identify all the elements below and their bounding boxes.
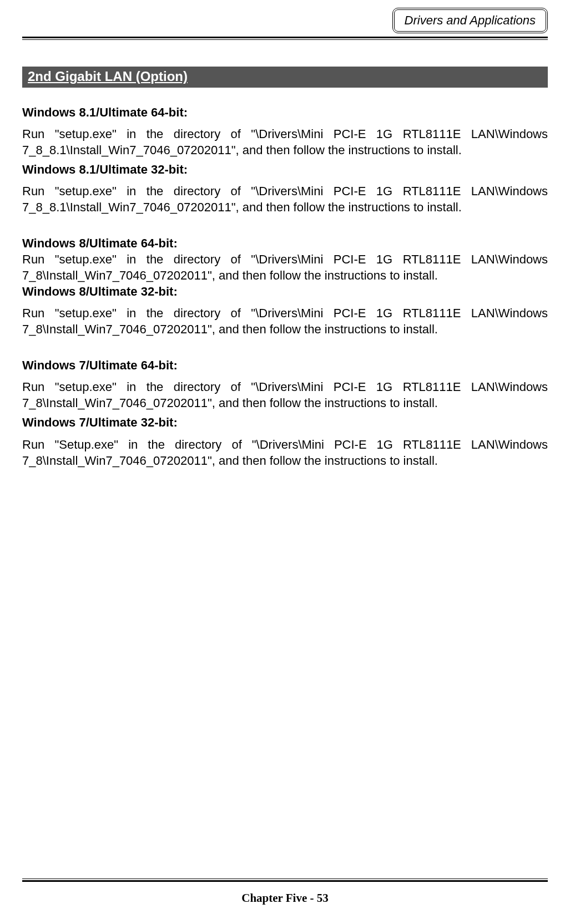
entry-body: Run "setup.exe" in the directory of "\Dr… — [22, 183, 548, 215]
bottom-rule — [22, 879, 548, 882]
entry-body: Run "Setup.exe" in the directory of "\Dr… — [22, 436, 548, 469]
entry-body: Run "setup.exe" in the directory of "\Dr… — [22, 126, 548, 158]
section-title: 2nd Gigabit LAN (Option) — [22, 67, 548, 88]
entry-body: Run "setup.exe" in the directory of "\Dr… — [22, 305, 548, 337]
entry-heading: Windows 8/Ultimate 32-bit: — [22, 283, 548, 299]
header-tag: Drivers and Applications — [392, 8, 548, 33]
top-rule — [22, 37, 548, 40]
entry-heading: Windows 8/Ultimate 64-bit: — [22, 235, 548, 251]
entry-heading: Windows 8.1/Ultimate 64-bit: — [22, 104, 548, 120]
content-body: Windows 8.1/Ultimate 64-bit: Run "setup.… — [22, 104, 548, 469]
entry-heading: Windows 7/Ultimate 32-bit: — [22, 414, 548, 430]
entry-heading: Windows 7/Ultimate 64-bit: — [22, 357, 548, 373]
entry-body: Run "setup.exe" in the directory of "\Dr… — [22, 251, 548, 283]
entry-body: Run "setup.exe" in the directory of "\Dr… — [22, 379, 548, 411]
page-footer: Chapter Five - 53 — [0, 891, 570, 905]
entry-heading: Windows 8.1/Ultimate 32-bit: — [22, 161, 548, 177]
